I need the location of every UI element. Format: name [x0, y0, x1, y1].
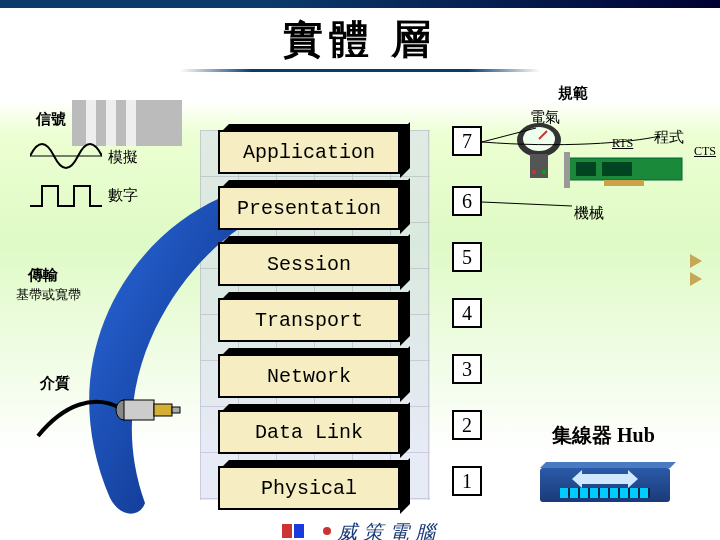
svg-rect-17 — [604, 180, 644, 186]
nav-next-icon[interactable] — [690, 254, 702, 268]
svg-rect-6 — [124, 400, 154, 420]
digital-waveform-icon — [30, 182, 102, 212]
svg-rect-19 — [602, 162, 632, 176]
layer-number-1: 1 — [452, 466, 482, 496]
svg-rect-8 — [172, 407, 180, 413]
hub-ports-icon — [560, 488, 650, 498]
layer-number-5: 5 — [452, 242, 482, 272]
layer-transport: Transport — [218, 298, 428, 344]
svg-rect-22 — [282, 524, 292, 538]
layer-label: Presentation — [237, 197, 381, 220]
svg-rect-23 — [294, 524, 304, 538]
hub-device-icon — [540, 468, 670, 502]
layer-session: Session — [218, 242, 428, 288]
svg-rect-16 — [564, 152, 570, 188]
nav-next-2-icon[interactable] — [690, 272, 702, 286]
title-underline — [180, 69, 540, 72]
nic-card-icon — [564, 152, 692, 188]
label-rts: RTS — [612, 136, 633, 151]
label-analog: 模擬 — [108, 148, 138, 167]
layer-application: Application — [218, 130, 428, 176]
svg-point-14 — [542, 170, 546, 174]
label-spec: 規範 — [558, 84, 588, 103]
diagram-stage: 信號 模擬 數字 傳輸 基帶或寬帶 介質 規範 電氣 程式 RTS CTS 機械 — [0, 78, 720, 540]
label-digital: 數字 — [108, 186, 138, 205]
label-procedural: 程式 — [654, 128, 684, 147]
label-signal: 信號 — [36, 110, 66, 129]
label-cts: CTS — [694, 144, 716, 159]
layer-number-3: 3 — [452, 354, 482, 384]
layer-number-7: 7 — [452, 126, 482, 156]
osi-layers: Application Presentation Session Transpo… — [218, 130, 428, 522]
label-medium: 介質 — [40, 374, 70, 393]
footer-logo-icon — [280, 522, 306, 540]
layer-network: Network — [218, 354, 428, 400]
label-mechanical: 機械 — [574, 204, 604, 223]
layer-number-2: 2 — [452, 410, 482, 440]
svg-rect-18 — [576, 162, 596, 176]
label-baseband: 基帶或寬帶 — [16, 286, 81, 304]
analog-waveform-icon — [30, 136, 102, 176]
footer-text: 威策電腦 — [337, 521, 441, 540]
hub-arrow-icon — [582, 474, 628, 484]
label-hub: 集線器 Hub — [552, 422, 655, 449]
svg-point-13 — [532, 170, 536, 174]
page-title: 實體 層 — [0, 12, 720, 67]
layer-number-6: 6 — [452, 186, 482, 216]
layer-label: Transport — [255, 309, 363, 332]
layer-label: Session — [267, 253, 351, 276]
svg-rect-3 — [126, 100, 136, 146]
layer-number-4: 4 — [452, 298, 482, 328]
layer-physical: Physical — [218, 466, 428, 512]
cable-connector-icon — [34, 394, 184, 438]
layer-label: Physical — [261, 477, 357, 500]
multimeter-icon — [514, 122, 564, 184]
window-accent-bar — [0, 0, 720, 8]
layer-label: Data Link — [255, 421, 363, 444]
svg-rect-7 — [154, 404, 172, 416]
footer-brand: 威策電腦 — [0, 519, 720, 540]
layer-label: Application — [243, 141, 375, 164]
label-transport-cn: 傳輸 — [28, 266, 58, 285]
svg-rect-2 — [106, 100, 116, 146]
svg-rect-12 — [530, 154, 548, 178]
layer-label: Network — [267, 365, 351, 388]
layer-datalink: Data Link — [218, 410, 428, 456]
layer-presentation: Presentation — [218, 186, 428, 232]
